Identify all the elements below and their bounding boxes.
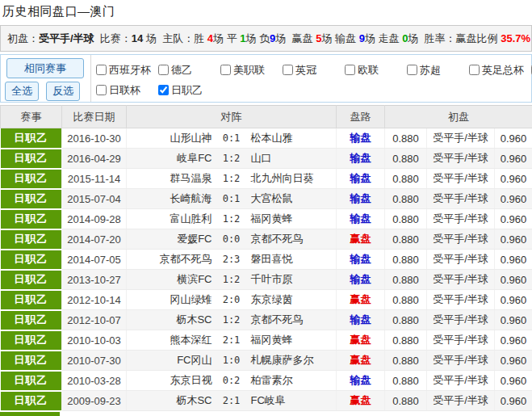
- league-checkbox[interactable]: [158, 65, 169, 75]
- away-team: 福冈黄蜂: [251, 333, 333, 347]
- league-filter-英冠[interactable]: 英冠: [283, 63, 345, 78]
- odds-close: 0.960: [495, 209, 532, 229]
- select-all-button[interactable]: 全选: [5, 82, 39, 101]
- invert-selection-button[interactable]: 反选: [46, 82, 80, 101]
- result-label: 输盘: [337, 169, 385, 189]
- league-filter-德乙[interactable]: 德乙: [158, 63, 220, 78]
- result-label: 输盘: [337, 371, 385, 391]
- score: 1:2: [212, 213, 251, 225]
- league-filter-欧联[interactable]: 欧联: [345, 63, 407, 78]
- result-label: 输盘: [337, 310, 385, 330]
- odds-close: 0.960: [495, 371, 532, 391]
- odds-open: 0.880: [385, 391, 427, 411]
- summary-segment: 受平手/半球: [39, 32, 94, 44]
- league-filter-英足总杯[interactable]: 英足总杯: [469, 63, 531, 78]
- handicap-label: 受平手/半球: [427, 209, 495, 229]
- partial-league-badge: [0, 412, 60, 416]
- league-filter-美职联[interactable]: 美职联: [220, 63, 283, 78]
- result-label: 输盘: [337, 128, 385, 149]
- match-date: 2014-07-20: [62, 229, 127, 250]
- league-checkbox[interactable]: [407, 65, 417, 75]
- odds-open: 0.880: [385, 310, 427, 330]
- header-league: 赛事: [1, 106, 62, 128]
- handicap-label: 受平手/半球: [427, 290, 495, 310]
- league-badge: 日职乙: [1, 310, 62, 330]
- odds-close: 0.960: [495, 391, 532, 411]
- summary-segment: 场 赢盘: [275, 32, 316, 44]
- odds-open: 0.880: [385, 371, 427, 391]
- match-date: 2009-09-23: [62, 391, 127, 411]
- league-badge: 日职乙: [1, 270, 62, 290]
- table-row: 日职乙2012-10-07枥木SC1:2京都不死鸟输盘0.880受平手/半球0.…: [1, 310, 532, 330]
- odds-open: 0.880: [385, 330, 427, 351]
- league-filter-日职乙[interactable]: 日职乙: [158, 83, 220, 98]
- home-team: 冈山绿雉: [130, 292, 212, 307]
- league-checkbox[interactable]: [158, 85, 169, 95]
- table-body: 日职乙2016-10-30山形山神0:1松本山雅输盘0.880受平手/半球0.9…: [1, 128, 532, 411]
- header-initial-odds: 初盘: [385, 106, 532, 128]
- table-header-row: 赛事 比赛日期 对阵 盘路 初盘: [1, 106, 532, 128]
- result-label: 赢盘: [337, 330, 385, 351]
- matchup: 熊本深红2:1福冈黄蜂: [127, 330, 337, 351]
- matchup: 长崎航海0:1大宫松鼠: [127, 189, 337, 209]
- matchup: 岐阜FC1:2山口: [127, 149, 337, 169]
- matchup-wrap: 枥木SC2:1FC岐阜: [130, 393, 333, 408]
- result-label: 输盘: [337, 149, 385, 169]
- league-filter-日联杯[interactable]: 日联杯: [96, 83, 158, 98]
- league-checkbox[interactable]: [469, 65, 480, 75]
- score: 0:1: [212, 193, 251, 204]
- home-team: 枥木SC: [130, 393, 212, 408]
- away-team: 福冈黄蜂: [251, 212, 333, 226]
- summary-segment: 场 平: [213, 32, 240, 44]
- score: 1:2: [212, 173, 251, 184]
- filter-buttons: 相同赛事 全选 反选: [1, 55, 91, 102]
- score: 0:0: [212, 233, 251, 245]
- league-filter-苏超[interactable]: 苏超: [407, 63, 469, 78]
- matchup-wrap: FC冈山1:0札幌康萨多尔: [130, 353, 333, 368]
- handicap-label: 受平手/半球: [427, 149, 495, 169]
- odds-close: 0.960: [495, 310, 532, 330]
- league-checkbox-label: 美职联: [233, 63, 265, 78]
- league-checkbox[interactable]: [96, 65, 107, 75]
- summary-segment: 14: [132, 32, 143, 44]
- odds-close: 0.960: [495, 229, 532, 250]
- table-row: 日职乙2015-11-14群马温泉1:2北九州向日葵输盘0.880受平手/半球0…: [1, 169, 532, 189]
- matchup-wrap: 长崎航海0:1大宫松鼠: [130, 191, 333, 206]
- score: 1:2: [212, 314, 251, 326]
- table-row: 日职乙2016-04-29岐阜FC1:2山口输盘0.880受平手/半球0.960: [1, 149, 532, 169]
- result-label: 输盘: [337, 209, 385, 229]
- league-filter-西班牙杯[interactable]: 西班牙杯: [96, 63, 158, 78]
- away-team: 大宫松鼠: [251, 191, 333, 206]
- summary-bar: 初盘：受平手/半球 比赛：14 场 主队：胜 4场 平 1场 负9场 赢盘 5场…: [0, 25, 532, 52]
- home-team: 群马温泉: [130, 171, 212, 186]
- result-label: 赢盘: [337, 391, 385, 411]
- same-events-button[interactable]: 相同赛事: [6, 58, 84, 78]
- handicap-label: 受平手/半球: [427, 169, 495, 189]
- result-label: 输盘: [337, 189, 385, 209]
- away-team: 札幌康萨多尔: [251, 353, 333, 368]
- match-date: 2015-11-14: [62, 169, 127, 189]
- table-row: 日职乙2010-10-03熊本深红2:1福冈黄蜂赢盘0.880受平手/半球0.9…: [1, 330, 532, 351]
- home-team: 熊本深红: [130, 333, 212, 347]
- league-checkbox[interactable]: [220, 65, 231, 75]
- score: 0:1: [212, 132, 251, 144]
- score: 0:2: [212, 375, 251, 386]
- league-checkbox[interactable]: [283, 65, 293, 75]
- score: 1:0: [212, 355, 251, 366]
- away-team: 松本山雅: [251, 131, 333, 145]
- odds-open: 0.880: [385, 270, 427, 290]
- score: 1:2: [212, 274, 251, 285]
- match-date: 2010-10-03: [62, 330, 127, 351]
- league-badge: 日职乙: [1, 229, 62, 250]
- league-checkbox[interactable]: [345, 65, 355, 75]
- summary-segment: 9: [359, 32, 365, 44]
- league-checkbox-label: 日职乙: [171, 83, 203, 98]
- league-checkbox-label: 苏超: [420, 63, 441, 78]
- table-row: 日职乙2014-09-28富山胜利1:2福冈黄蜂输盘0.880受平手/半球0.9…: [1, 209, 532, 229]
- away-team: 北九州向日葵: [251, 171, 333, 186]
- score: 2:1: [212, 395, 251, 406]
- summary-segment: 场 走盘: [365, 32, 402, 44]
- home-team: FC冈山: [130, 353, 212, 368]
- league-checkbox-label: 英足总杯: [482, 63, 524, 78]
- league-checkbox[interactable]: [96, 85, 107, 95]
